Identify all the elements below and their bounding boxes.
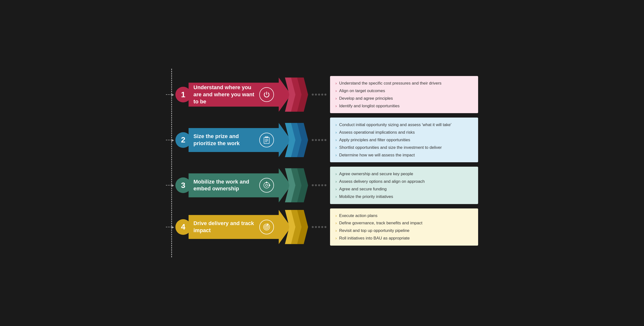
bullet-icon: › (336, 236, 337, 241)
main-arrow-3: Mobilize the work and embed ownership (188, 168, 291, 202)
dashed-arrow-1: ▶ (166, 93, 174, 97)
svg-point-9 (264, 225, 268, 229)
dots-3 (312, 184, 326, 186)
svg-marker-7 (269, 185, 270, 186)
step-icon-1 (259, 87, 274, 102)
step-left-4: ▶ 4 (166, 219, 188, 235)
step-number-2: 2 (176, 132, 191, 148)
info-item: › Agree ownership and secure key people (336, 171, 473, 177)
step-title-2: Size the prize and prioritize the work (194, 133, 257, 147)
arrow-shape-2: Size the prize and prioritize the work (188, 123, 308, 157)
info-item: › Assess delivery options and align on a… (336, 179, 473, 185)
step-icon-2 (259, 133, 274, 147)
bullet-icon: › (336, 171, 337, 177)
info-text: Conduct initial opportunity sizing and a… (339, 122, 451, 128)
bullet-icon: › (336, 152, 337, 158)
step-icon-4 (259, 220, 274, 234)
arrow-shape-3: Mobilize the work and embed ownership (188, 168, 308, 202)
info-text: Understand the specific cost pressures a… (339, 80, 442, 86)
info-text: Revisit and top up opportunity pipeline (339, 228, 409, 234)
info-text: Execute action plans (339, 213, 377, 219)
bullet-icon: › (336, 213, 337, 219)
bullet-icon: › (336, 194, 337, 199)
info-text: Determine how we will assess the impact (339, 152, 415, 158)
step-icon-3 (259, 178, 274, 193)
main-arrow-1: Understand where you are and where you w… (188, 77, 291, 112)
chevrons-3 (290, 168, 308, 202)
bullet-icon: › (336, 96, 337, 101)
info-item: › Shortlist opportunities and size the i… (336, 145, 473, 150)
dots-2 (312, 139, 326, 141)
info-item: › Align on target outcomes (336, 88, 473, 94)
info-text: Develop and agree principles (339, 96, 393, 101)
step-left-3: ▶ 3 (166, 178, 188, 193)
info-item: › Revisit and top up opportunity pipelin… (336, 228, 473, 234)
info-item: › Mobilize the priority initiatives (336, 194, 473, 200)
dots-4 (312, 226, 326, 228)
info-text: Shortlist opportunities and size the inv… (339, 145, 442, 150)
svg-point-5 (266, 184, 268, 187)
main-arrow-4: Drive delivery and track impact (188, 210, 291, 244)
info-item: › Develop and agree principles (336, 96, 473, 101)
info-item: › Determine how we will assess the impac… (336, 152, 473, 158)
step-left-2: ▶ 2 (166, 132, 188, 148)
info-box-2: › Conduct initial opportunity sizing and… (330, 117, 478, 162)
chevrons-4 (290, 210, 308, 244)
info-text: Align on target outcomes (339, 88, 385, 94)
arrow-shape-1: Understand where you are and where you w… (188, 77, 308, 112)
step-title-1: Understand where you are and where you w… (194, 84, 257, 105)
dots-1 (312, 94, 326, 96)
info-box-1: › Understand the specific cost pressures… (330, 76, 478, 113)
bullet-icon: › (336, 81, 337, 86)
info-text: Mobilize the priority initiatives (339, 194, 393, 200)
step-left-1: ▶ 1 (166, 87, 188, 102)
svg-point-10 (266, 226, 267, 228)
info-text: Apply principles and filter opportunitie… (339, 137, 410, 143)
info-item: › Apply principles and filter opportunit… (336, 137, 473, 143)
dashed-arrow-2: ▶ (166, 138, 174, 142)
step-title-4: Drive delivery and track impact (194, 220, 257, 234)
step-number-4: 4 (176, 219, 191, 235)
info-text: Agree and secure funding (339, 186, 387, 192)
step-row-2: ▶ 2 Size the prize and prioritize the wo… (166, 117, 478, 162)
bullet-icon: › (336, 187, 337, 192)
step-title-3: Mobilize the work and embed ownership (194, 178, 257, 192)
dashed-arrow-3: ▶ (166, 183, 174, 187)
bullet-icon: › (336, 130, 337, 135)
step-row-4: ▶ 4 Drive delivery and track impact (166, 209, 478, 246)
svg-marker-6 (266, 182, 267, 183)
bullet-icon: › (336, 122, 337, 127)
chevrons-2 (290, 123, 308, 157)
info-item: › Define governance, track benefits and … (336, 220, 473, 226)
diagram-container: ▶ 1 Understand where you are and where y… (161, 69, 483, 257)
bullet-icon: › (336, 137, 337, 143)
svg-rect-1 (265, 136, 268, 137)
bullet-icon: › (336, 103, 337, 109)
info-text: Roll initiatives into BAU as appropriate (339, 235, 410, 241)
info-text: Identify and longlist opportunities (339, 103, 400, 109)
bullet-icon: › (336, 220, 337, 226)
info-item: › Understand the specific cost pressures… (336, 80, 473, 86)
step-row-1: ▶ 1 Understand where you are and where y… (166, 76, 478, 113)
info-item: › Conduct initial opportunity sizing and… (336, 122, 473, 128)
bullet-icon: › (336, 88, 337, 94)
info-item: › Execute action plans (336, 213, 473, 219)
main-arrow-2: Size the prize and prioritize the work (188, 123, 291, 157)
info-text: Assess delivery options and align on app… (339, 179, 425, 185)
info-item: › Agree and secure funding (336, 186, 473, 192)
info-text: Agree ownership and secure key people (339, 171, 413, 177)
dashed-arrow-4: ▶ (166, 225, 174, 229)
arrow-shape-4: Drive delivery and track impact (188, 210, 308, 244)
bullet-icon: › (336, 179, 337, 184)
bullet-icon: › (336, 228, 337, 233)
step-row-3: ▶ 3 Mobilize the work and embed ownershi… (166, 167, 478, 204)
info-text: Assess operational implications and risk… (339, 129, 415, 135)
info-item: › Assess operational implications and ri… (336, 129, 473, 135)
info-item: › Roll initiatives into BAU as appropria… (336, 235, 473, 241)
info-box-3: › Agree ownership and secure key people … (330, 167, 478, 204)
step-number-1: 1 (176, 87, 191, 102)
info-text: Define governance, track benefits and im… (339, 220, 422, 226)
info-item: › Identify and longlist opportunities (336, 103, 473, 109)
chevrons-1 (290, 77, 308, 112)
info-box-4: › Execute action plans › Define governan… (330, 209, 478, 246)
